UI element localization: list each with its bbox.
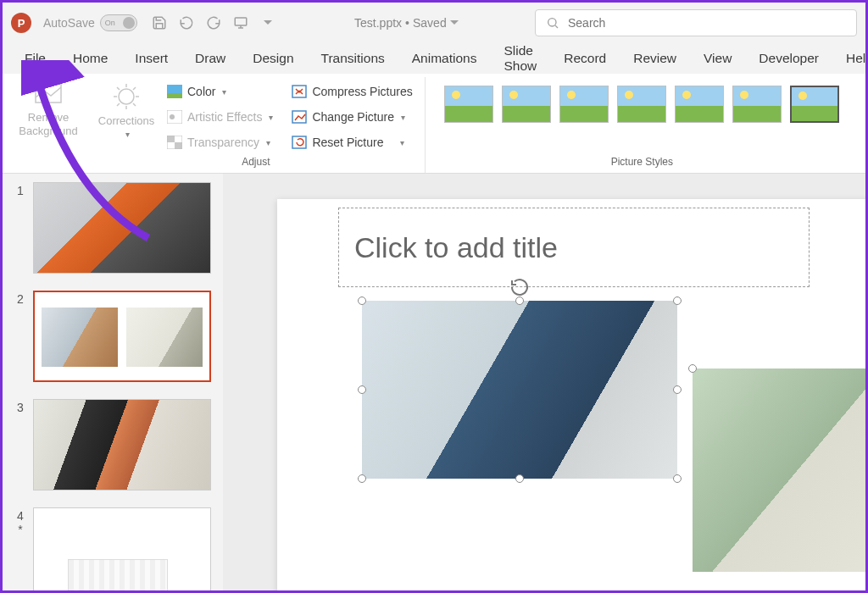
chevron-down-icon xyxy=(450,19,459,27)
redo-icon[interactable] xyxy=(203,13,224,33)
picture-style-option[interactable] xyxy=(502,86,551,123)
remove-background-button[interactable]: Remove Background xyxy=(16,79,81,137)
slide-thumbnail-row[interactable]: 1 xyxy=(14,182,211,274)
picture-style-option[interactable] xyxy=(617,86,666,123)
undo-icon[interactable] xyxy=(176,13,197,33)
resize-handle[interactable] xyxy=(673,385,682,394)
quick-access-toolbar xyxy=(149,13,278,33)
ribbon-group-adjust: Corrections ▾ Color▾ Artistic Effects▾ T… xyxy=(87,77,426,173)
color-button[interactable]: Color▾ xyxy=(162,80,278,103)
chevron-down-icon: ▾ xyxy=(125,130,130,140)
autosave-label: AutoSave xyxy=(43,16,95,30)
svg-line-14 xyxy=(133,87,136,90)
svg-line-11 xyxy=(117,87,120,90)
tab-design[interactable]: Design xyxy=(241,46,305,71)
svg-rect-0 xyxy=(235,18,247,25)
workspace: 1 2 3 4* Click to add title xyxy=(3,174,865,590)
slide-thumbnail[interactable] xyxy=(33,182,211,274)
ribbon-group-label: Picture Styles xyxy=(611,154,673,171)
tab-insert[interactable]: Insert xyxy=(123,46,180,71)
ribbon-group-picture-styles: Picture Styles xyxy=(426,77,859,173)
picture-style-option[interactable] xyxy=(790,86,839,123)
svg-point-18 xyxy=(170,114,175,119)
save-icon[interactable] xyxy=(149,13,170,33)
resize-handle[interactable] xyxy=(673,296,682,305)
svg-line-12 xyxy=(133,103,136,106)
ribbon-group-background: Remove Background xyxy=(9,77,87,173)
autosave-toggle[interactable]: On xyxy=(100,14,137,31)
svg-line-4 xyxy=(555,25,558,28)
rotate-handle-icon[interactable] xyxy=(509,277,530,297)
selected-image[interactable] xyxy=(362,301,677,479)
tab-file[interactable]: File xyxy=(13,46,58,71)
slide-thumbnail-panel[interactable]: 1 2 3 4* xyxy=(3,174,223,590)
picture-style-option[interactable] xyxy=(675,86,724,123)
transparency-button[interactable]: Transparency▾ xyxy=(162,131,278,153)
tab-review[interactable]: Review xyxy=(621,46,688,71)
picture-style-option[interactable] xyxy=(444,86,493,123)
svg-rect-20 xyxy=(175,142,182,149)
search-input[interactable] xyxy=(568,16,846,30)
title-bar: P AutoSave On Test.pptx • Saved xyxy=(3,3,865,43)
ribbon-group-label: Adjust xyxy=(242,154,270,171)
resize-handle[interactable] xyxy=(358,474,366,483)
toggle-knob xyxy=(123,17,135,29)
tab-developer[interactable]: Developer xyxy=(747,46,831,71)
search-box[interactable] xyxy=(535,9,857,36)
resize-handle[interactable] xyxy=(358,296,366,305)
tab-slideshow[interactable]: Slide Show xyxy=(492,38,548,79)
picture-style-option[interactable] xyxy=(732,86,782,123)
tab-record[interactable]: Record xyxy=(552,46,618,71)
present-icon[interactable] xyxy=(231,13,251,33)
resize-handle[interactable] xyxy=(688,364,697,373)
slide-thumbnail-row[interactable]: 4* xyxy=(14,507,211,590)
tab-help[interactable]: Help xyxy=(834,46,868,71)
svg-point-6 xyxy=(119,89,134,104)
tab-home[interactable]: Home xyxy=(61,46,120,71)
slide-canvas[interactable]: Click to add title xyxy=(277,199,865,590)
corrections-button[interactable]: Corrections ▾ xyxy=(94,79,159,140)
slide-number: 3 xyxy=(14,399,26,490)
svg-rect-19 xyxy=(167,136,175,142)
qat-more-icon[interactable] xyxy=(258,13,278,33)
compress-pictures-button[interactable]: Compress Pictures xyxy=(287,80,417,103)
slide-number: 1 xyxy=(14,182,26,274)
slide-thumbnail-row[interactable]: 2 xyxy=(14,291,211,382)
resize-handle[interactable] xyxy=(358,385,366,394)
tab-transitions[interactable]: Transitions xyxy=(309,46,397,71)
title-placeholder[interactable]: Click to add title xyxy=(338,208,810,287)
artistic-effects-button[interactable]: Artistic Effects▾ xyxy=(162,106,278,128)
slide-thumbnail[interactable] xyxy=(33,399,211,490)
slide-number: 4* xyxy=(14,507,26,590)
ribbon-tabs: File Home Insert Draw Design Transitions… xyxy=(3,43,865,74)
secondary-image[interactable] xyxy=(693,369,865,572)
slide-number: 2 xyxy=(14,291,26,382)
app-icon: P xyxy=(11,13,31,33)
resize-handle[interactable] xyxy=(515,296,524,305)
picture-style-option[interactable] xyxy=(559,86,609,123)
change-picture-button[interactable]: Change Picture▾ xyxy=(287,106,417,128)
resize-handle[interactable] xyxy=(673,474,682,483)
tab-view[interactable]: View xyxy=(692,46,743,71)
document-title-area[interactable]: Test.pptx • Saved xyxy=(278,16,535,30)
slide-canvas-area[interactable]: Click to add title xyxy=(223,174,865,590)
slide-thumbnail-row[interactable]: 3 xyxy=(14,399,211,490)
svg-point-3 xyxy=(548,19,556,26)
resize-handle[interactable] xyxy=(515,474,524,483)
picture-styles-gallery[interactable] xyxy=(434,79,849,123)
svg-rect-16 xyxy=(167,93,182,98)
search-icon xyxy=(546,16,559,30)
svg-line-13 xyxy=(117,103,120,106)
tab-draw[interactable]: Draw xyxy=(183,46,237,71)
slide-thumbnail[interactable] xyxy=(33,507,211,590)
tab-animations[interactable]: Animations xyxy=(400,46,489,71)
reset-picture-button[interactable]: Reset Picture▾ xyxy=(287,131,417,153)
document-name: Test.pptx xyxy=(354,16,402,30)
save-status: Saved xyxy=(413,16,447,30)
slide-thumbnail[interactable] xyxy=(33,291,211,382)
ribbon: Remove Background Corrections ▾ Color▾ A… xyxy=(3,74,865,174)
